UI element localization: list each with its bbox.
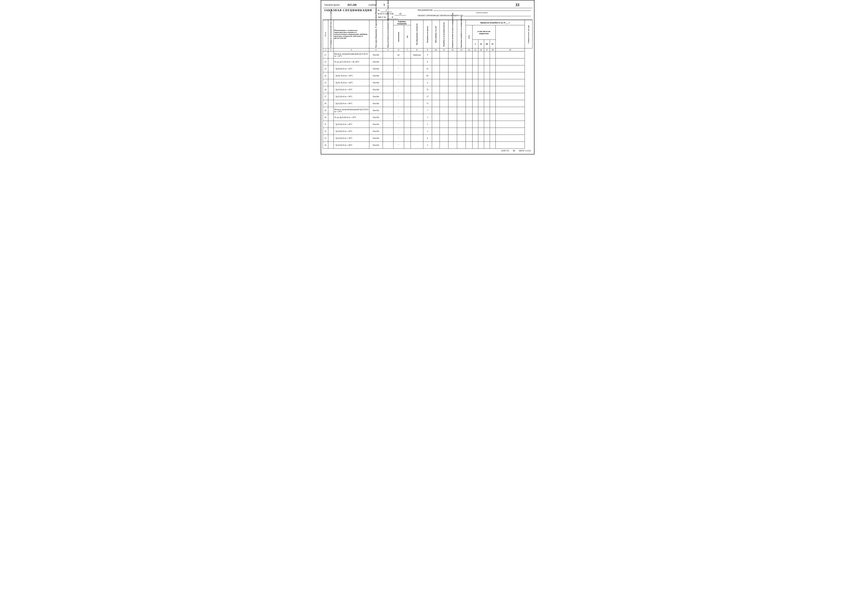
cell-q1 (472, 93, 478, 100)
cell-cost (495, 114, 525, 121)
cell-need: 5 (423, 121, 432, 128)
footer-page: 33 (513, 150, 515, 152)
cell-decl (457, 100, 466, 107)
col-num-8: 8 (411, 48, 423, 52)
cell-need: 2 (423, 128, 432, 135)
cell-name: " Ду32,Ру16 tн =-30°С (334, 135, 369, 142)
cell-total (466, 107, 472, 114)
cell-unit-code (404, 121, 411, 128)
cell-total (466, 128, 472, 135)
cell-price (432, 107, 440, 114)
cell-need2 (440, 142, 448, 149)
col-header-name: Наименование и техническая характеристик… (334, 20, 369, 48)
cell-manuf (383, 58, 393, 65)
cell-q1 (472, 107, 478, 114)
cell-type: I5кч19п (369, 135, 383, 142)
cell-decl (457, 65, 466, 72)
cell-pos (328, 93, 334, 100)
cell-price (432, 72, 440, 79)
cell-unit: " (393, 65, 404, 72)
cell-exp (448, 65, 457, 72)
cell-total (466, 142, 472, 149)
cell-manuf (383, 65, 393, 72)
col-header-q1: I (472, 40, 478, 48)
cell-name: " Ду20,Ру16 tн =-20°С (334, 65, 369, 72)
table-row: 30То же Ду25,Ру16 tн =-30°СI5кч19п"3 (323, 114, 532, 121)
cell-type: I5кч18п (369, 52, 383, 58)
cell-name: Вентиль запорный муфтовый Ду15,Ру16 tн =… (334, 52, 369, 58)
cell-price (432, 93, 440, 100)
col-num-18: 18 (490, 48, 495, 52)
enterprise-note: (наименование) (433, 12, 531, 14)
cell-q3 (484, 100, 490, 107)
cell-name: То же Ду15,Ру16 tн =-30;-40°С (334, 58, 369, 65)
cell-q1 (472, 86, 478, 93)
cell-num: 33 (323, 135, 328, 142)
album-label: Альбом (368, 3, 376, 6)
main-table: № п. п № позиции по технологической схем… (323, 20, 533, 149)
cell-q4 (490, 93, 495, 100)
cell-q4 (490, 100, 495, 107)
cell-q2 (478, 72, 484, 79)
table-row: 28" Ду25,Ру16 tн =-40°СI5кч18п"72 (323, 100, 532, 107)
cell-manuf (383, 135, 393, 142)
cell-code (411, 72, 423, 79)
cell-unit-code (404, 100, 411, 107)
col-num-2: 2 (328, 48, 334, 52)
cell-name: Вентиль запорный фланцевый Ду25,Ру16 tн … (334, 107, 369, 114)
table-row: 34" Ду32,Ру16 tн =-40°СI5кч19п"3 (323, 142, 532, 149)
cell-cost (495, 72, 525, 79)
cell-exp (448, 128, 457, 135)
col-header-code: Код оборудования, материалов (411, 20, 423, 48)
col-num-19: 19 (495, 48, 525, 52)
cell-total (466, 93, 472, 100)
cell-q4 (490, 128, 495, 135)
cell-code (411, 79, 423, 86)
cell-num: 27 (323, 93, 328, 100)
cell-need2 (440, 52, 448, 58)
cell-need: I5 (423, 65, 432, 72)
cell-exp (448, 135, 457, 142)
cell-unit-code (404, 93, 411, 100)
cell-num: 26 (323, 86, 328, 93)
cell-pos (328, 58, 334, 65)
cell-manuf (383, 121, 393, 128)
cell-total (466, 86, 472, 93)
sheet-label: ЛИСТ № (378, 16, 386, 18)
cell-cost (495, 128, 525, 135)
cell-need2 (440, 121, 448, 128)
cell-type: I5кч19п (369, 114, 383, 121)
table-row: 27" Ду25,Ру16 tн =-30°СI5кч18п"·57 (323, 93, 532, 100)
cell-q1 (472, 100, 478, 107)
cell-pos (328, 65, 334, 72)
cell-need2 (440, 100, 448, 107)
cell-q2 (478, 128, 484, 135)
cell-decl (457, 128, 466, 135)
cell-q1 (472, 52, 478, 58)
cell-unit: шт (393, 52, 404, 58)
cell-type: I5кч18п (369, 86, 383, 93)
cell-num: 32 (323, 128, 328, 135)
cell-cost (495, 86, 525, 93)
table-row: 22То же Ду15,Ру16 tн =-30;-40°СI5кч18п"8 (323, 58, 532, 65)
cell-num: 30 (323, 114, 328, 121)
cell-q2 (478, 79, 484, 86)
object-line (464, 16, 531, 16)
cell-pos (328, 128, 334, 135)
cell-type: I5кч18п (369, 93, 383, 100)
col-header-q2: II (478, 40, 484, 48)
cell-q3 (484, 93, 490, 100)
cell-pos (328, 121, 334, 128)
col-header-pos: № позиции по технологической схеме, мест… (328, 20, 334, 48)
cell-q3 (484, 79, 490, 86)
cell-need: 6 (423, 135, 432, 142)
cell-num: 24 (323, 72, 328, 79)
cell-exp (448, 114, 457, 121)
col-num-4: 4 (369, 48, 383, 52)
cell-manuf (383, 142, 393, 149)
cell-price (432, 79, 440, 86)
cell-type: I5кч19п (369, 142, 383, 149)
cell-cost (495, 65, 525, 72)
cell-pos (328, 142, 334, 149)
cell-need2 (440, 86, 448, 93)
